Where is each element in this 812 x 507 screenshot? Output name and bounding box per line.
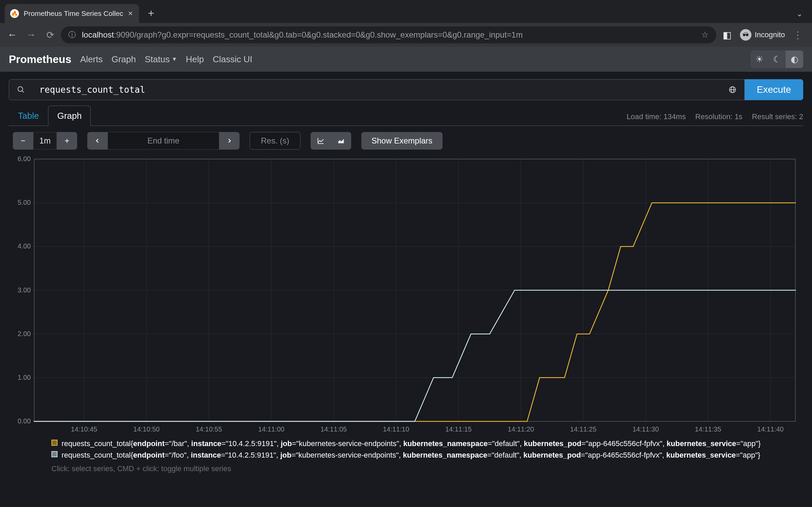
- svg-text:6.00: 6.00: [18, 156, 31, 162]
- nav-graph[interactable]: Graph: [111, 54, 136, 65]
- incognito-icon: 🕶: [740, 29, 751, 41]
- legend-item[interactable]: requests_count_total{endpoint="/bar", in…: [51, 438, 812, 449]
- graph-toolbar: − 1m + Show Exemplars: [0, 126, 812, 156]
- svg-text:14:11:00: 14:11:00: [258, 425, 285, 433]
- svg-text:14:10:45: 14:10:45: [71, 425, 97, 433]
- url-text: localhost:9090/graph?g0.expr=requests_co…: [82, 30, 523, 40]
- theme-auto-icon[interactable]: ◐: [786, 50, 803, 68]
- range-group: − 1m +: [13, 132, 77, 150]
- svg-text:14:11:30: 14:11:30: [632, 425, 659, 433]
- svg-text:14:11:05: 14:11:05: [320, 425, 347, 433]
- svg-text:14:11:10: 14:11:10: [383, 425, 409, 433]
- stat-result-series: Result series: 2: [752, 112, 803, 121]
- svg-text:1.00: 1.00: [18, 374, 31, 381]
- legend-label: requests_count_total{endpoint="/bar", in…: [62, 438, 761, 449]
- svg-text:14:11:20: 14:11:20: [508, 425, 534, 433]
- area-chart-icon: [337, 137, 345, 145]
- chevron-right-icon: [226, 138, 232, 144]
- time-back-button[interactable]: [87, 132, 108, 150]
- svg-text:14:11:35: 14:11:35: [695, 425, 721, 433]
- svg-text:4.00: 4.00: [18, 242, 31, 250]
- show-exemplars-button[interactable]: Show Exemplars: [361, 132, 443, 150]
- format-button[interactable]: [721, 79, 745, 100]
- site-info-icon[interactable]: ⓘ: [68, 30, 76, 40]
- favicon-icon: 🔥: [10, 9, 19, 18]
- search-icon: [17, 86, 25, 94]
- window-expand-icon[interactable]: ⌄: [787, 9, 812, 23]
- panel-icon[interactable]: ◧: [719, 27, 735, 43]
- browser-tab[interactable]: 🔥 Prometheus Time Series Collec ✕: [5, 4, 139, 23]
- legend-swatch: [51, 451, 58, 457]
- chart-type-group: [311, 132, 351, 150]
- legend: requests_count_total{endpoint="/bar", in…: [0, 433, 812, 475]
- range-decrease-button[interactable]: −: [13, 132, 33, 150]
- nav-help[interactable]: Help: [186, 54, 204, 65]
- tab-graph[interactable]: Graph: [48, 106, 91, 126]
- brand[interactable]: Prometheus: [9, 53, 71, 66]
- legend-item[interactable]: requests_count_total{endpoint="/foo", in…: [51, 449, 812, 461]
- chart-area[interactable]: 0.001.002.003.004.005.006.0014:10:4514:1…: [0, 156, 812, 433]
- app-navbar: Prometheus Alerts Graph Status ▼ Help Cl…: [0, 47, 812, 72]
- nav-status[interactable]: Status ▼: [145, 54, 177, 65]
- stat-resolution: Resolution: 1s: [695, 112, 742, 121]
- end-time-input[interactable]: [108, 132, 219, 150]
- svg-text:14:11:25: 14:11:25: [570, 425, 596, 433]
- url-bar[interactable]: ⓘ localhost:9090/graph?g0.expr=requests_…: [61, 26, 716, 43]
- svg-text:14:11:15: 14:11:15: [445, 425, 472, 433]
- browser-menu-icon[interactable]: ⋮: [790, 27, 806, 43]
- line-chart-button[interactable]: [311, 132, 331, 150]
- time-forward-button[interactable]: [219, 132, 240, 150]
- new-tab-button[interactable]: +: [139, 7, 163, 23]
- svg-text:3.00: 3.00: [18, 286, 31, 294]
- theme-dark-icon[interactable]: ☾: [768, 50, 786, 68]
- range-display[interactable]: 1m: [33, 132, 57, 150]
- metrics-explorer-button[interactable]: [9, 79, 32, 100]
- tab-title: Prometheus Time Series Collec: [24, 9, 123, 18]
- forward-button[interactable]: →: [23, 27, 39, 43]
- svg-text:14:10:50: 14:10:50: [133, 425, 160, 433]
- browser-tabstrip: 🔥 Prometheus Time Series Collec ✕ + ⌄: [0, 0, 812, 23]
- tab-table[interactable]: Table: [9, 106, 48, 126]
- line-chart-icon: [317, 137, 324, 145]
- time-group: [87, 132, 240, 150]
- reload-button[interactable]: ⟳: [42, 27, 58, 43]
- time-series-chart: 0.001.002.003.004.005.006.0014:10:4514:1…: [17, 156, 799, 433]
- legend-swatch: [51, 440, 58, 446]
- legend-hint: Click: select series, CMD + click: toggl…: [51, 461, 812, 475]
- incognito-indicator[interactable]: 🕶 Incognito: [740, 29, 785, 41]
- back-button[interactable]: ←: [4, 27, 20, 43]
- stacked-chart-button[interactable]: [331, 132, 351, 150]
- browser-toolbar: ← → ⟳ ⓘ localhost:9090/graph?g0.expr=req…: [0, 23, 812, 47]
- theme-light-icon[interactable]: ☀: [750, 50, 768, 68]
- resolution-input[interactable]: [250, 132, 300, 150]
- bookmark-icon[interactable]: ☆: [701, 30, 709, 40]
- legend-label: requests_count_total{endpoint="/foo", in…: [62, 449, 760, 461]
- chevron-down-icon: ▼: [172, 56, 177, 62]
- svg-line-1: [22, 91, 24, 92]
- svg-text:2.00: 2.00: [18, 330, 31, 337]
- theme-toggle: ☀ ☾ ◐: [750, 50, 803, 68]
- nav-alerts[interactable]: Alerts: [80, 54, 103, 65]
- svg-text:0.00: 0.00: [18, 417, 31, 425]
- query-input[interactable]: [32, 79, 721, 100]
- svg-point-0: [18, 87, 23, 91]
- execute-button[interactable]: Execute: [745, 79, 803, 100]
- svg-text:14:11:40: 14:11:40: [757, 425, 784, 433]
- close-icon[interactable]: ✕: [128, 10, 133, 17]
- query-stats: Load time: 134ms Resolution: 1s Result s…: [627, 112, 803, 126]
- stat-load-time: Load time: 134ms: [627, 112, 686, 121]
- svg-text:5.00: 5.00: [18, 199, 31, 206]
- globe-icon: [728, 86, 737, 94]
- range-increase-button[interactable]: +: [57, 132, 77, 150]
- svg-text:14:10:55: 14:10:55: [196, 425, 222, 433]
- chevron-left-icon: [94, 138, 100, 144]
- query-row: Execute: [9, 79, 803, 100]
- nav-classic-ui[interactable]: Classic UI: [213, 54, 252, 65]
